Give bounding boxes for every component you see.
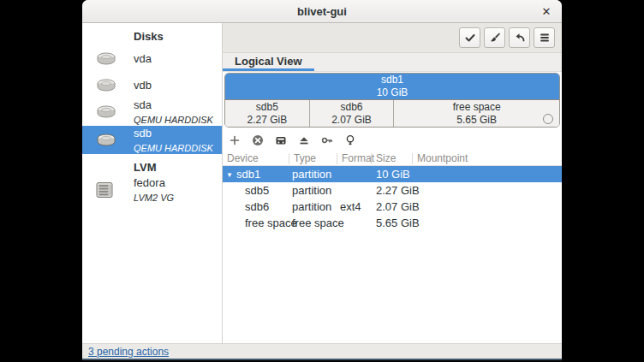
device-label: vdb [134,79,152,92]
column-header-mountpoint[interactable]: Mountpoint [413,153,562,164]
delete-partition-button[interactable] [252,134,264,146]
multidisk-icon [95,181,114,199]
partition-size: 2.27 GiB [225,114,309,127]
device-label: fedora [134,176,165,189]
cell-type: partition [289,168,337,181]
table-row-sdb5[interactable]: sdb5 partition 2.27 GiB [223,182,562,199]
partition-diagram: sdb1 10 GiB sdb5 2.27 GiB sdb6 2.07 GiB [224,73,560,128]
hamburger-icon [539,32,551,44]
partition-name: sdb1 [225,74,559,86]
titlebar: blivet-gui ✕ [82,0,562,23]
cell-type: partition [289,184,337,197]
device-label: vda [134,52,152,65]
partition-name: sdb6 [310,101,394,114]
lightbulb-icon [344,134,356,146]
harddisk-icon [95,104,117,120]
menu-button[interactable] [534,27,555,48]
cell-device: sdb1 [236,168,260,181]
sidebar-item-sdb[interactable]: sdb QEMU HARDDISK [82,126,222,154]
brush-icon [489,32,501,44]
device-label: sda [134,98,152,111]
partition-content: sdb1 10 GiB sdb5 2.27 GiB sdb6 2.07 GiB [223,72,562,343]
cell-size: 2.07 GiB [372,200,413,213]
diagram-block-free-space[interactable]: free space 5.65 GiB [394,100,559,127]
diagram-block-sdb5[interactable]: sdb5 2.27 GiB [225,100,310,127]
window-title: blivet-gui [297,5,347,18]
delete-circle-icon [252,134,264,146]
sidebar-item-vdb[interactable]: vdb [82,72,222,98]
column-header-type[interactable]: Type [289,153,337,164]
tab-logical-view[interactable]: Logical View [223,53,314,71]
decrypt-button[interactable] [321,134,333,146]
pending-actions-link[interactable]: 3 pending actions [88,346,169,358]
table-row-sdb1[interactable]: ▼ sdb1 partition 10 GiB [223,166,562,182]
column-header-device[interactable]: Device [223,153,289,164]
partition-action-bar [223,129,562,151]
partition-size: 10 GiB [225,86,559,99]
cell-device: sdb5 [223,184,289,197]
cell-type: partition [289,200,337,213]
main-toolbar [223,23,562,53]
app-window: blivet-gui ✕ Disks vda vdb [82,0,562,360]
cell-size: 5.65 GiB [372,217,413,229]
cell-size: 2.27 GiB [372,184,413,197]
table-row-sdb6[interactable]: sdb6 partition ext4 2.07 GiB [223,199,562,215]
partition-size: 5.65 GiB [394,114,559,127]
add-partition-button[interactable] [229,134,241,146]
free-space-circle-icon [543,114,553,124]
cell-type: free space [289,217,337,229]
statusbar: 3 pending actions [82,343,562,359]
harddisk-icon [95,78,117,93]
view-tabbar: Logical View [223,53,562,72]
check-icon [464,32,476,44]
partition-name: sdb5 [225,101,309,114]
column-header-format[interactable]: Format [337,153,372,164]
key-icon [321,134,333,146]
column-header-size[interactable]: Size [372,153,413,164]
unmount-button[interactable] [298,134,310,146]
undo-arrow-icon [514,32,526,44]
sidebar-item-fedora[interactable]: fedora LVM2 VG [82,176,222,204]
clear-button[interactable] [484,27,505,48]
diagram-block-sdb1[interactable]: sdb1 10 GiB [225,74,559,100]
device-label: sdb [134,127,152,139]
harddisk-icon [95,133,117,148]
main-pane: Logical View sdb1 10 GiB sdb5 2.27 GiB [223,23,562,343]
cell-device: free space [223,217,289,229]
sidebar-item-vda[interactable]: vda [82,45,222,72]
plus-icon [229,134,241,146]
table-header: Device Type Format Size Mountpoint [223,151,562,166]
device-sidebar: Disks vda vdb sda QEMU HARDDIS [82,23,223,343]
device-sublabel: QEMU HARDDISK [134,115,213,125]
partition-name: free space [394,101,559,114]
edit-partition-button[interactable] [275,134,287,146]
cell-size: 10 GiB [372,168,413,181]
cell-device: sdb6 [223,200,289,213]
partition-size: 2.07 GiB [310,114,394,127]
edit-icon [275,134,287,146]
cell-format: ext4 [337,200,372,213]
sidebar-header-disks: Disks [82,23,222,45]
sidebar-header-lvm: LVM [82,154,222,176]
table-row-free-space[interactable]: free space free space 5.65 GiB [223,215,562,231]
info-button[interactable] [344,134,356,146]
expander-icon[interactable]: ▼ [226,170,233,178]
device-sublabel: QEMU HARDDISK [134,143,213,153]
eject-icon [298,134,310,146]
harddisk-icon [95,51,117,67]
close-icon[interactable]: ✕ [539,3,554,19]
device-sublabel: LVM2 VG [134,193,174,203]
apply-button[interactable] [459,27,480,48]
sidebar-item-sda[interactable]: sda QEMU HARDDISK [82,98,222,126]
diagram-block-sdb6[interactable]: sdb6 2.07 GiB [310,100,395,127]
undo-button[interactable] [509,27,530,48]
